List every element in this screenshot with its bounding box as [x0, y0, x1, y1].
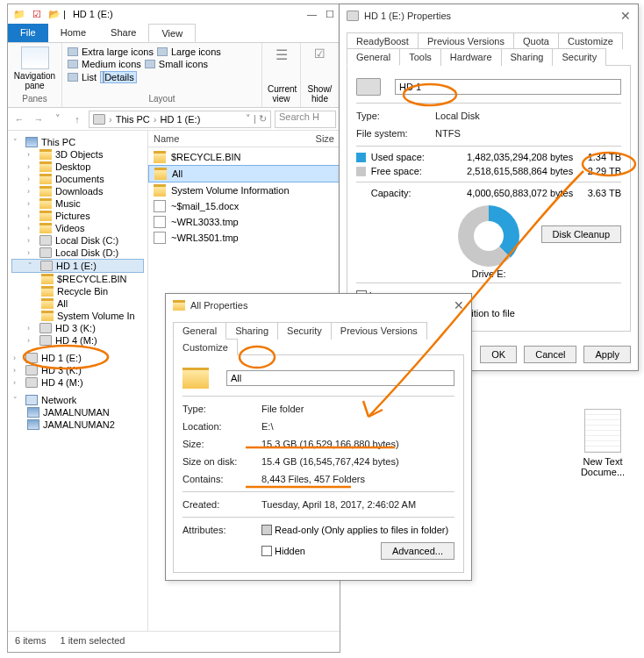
text-file-icon: [584, 409, 621, 453]
list-item[interactable]: ~WRL3501.tmp: [148, 230, 340, 246]
cancel-button[interactable]: Cancel: [524, 346, 576, 363]
current-view-icon[interactable]: ☰: [268, 46, 295, 63]
tab-customize[interactable]: Customize: [173, 339, 238, 355]
free-bytes: 2,518,615,588,864 bytes: [445, 166, 573, 176]
medium-icons[interactable]: Medium icons: [82, 59, 141, 69]
hidden-checkbox[interactable]: [261, 546, 272, 556]
apply-button[interactable]: Apply: [583, 346, 631, 363]
tree-item[interactable]: JAMALNUMAN2: [11, 418, 144, 431]
list-item[interactable]: ~WRL3033.tmp: [148, 214, 340, 230]
tree-item[interactable]: ›Local Disk (D:): [11, 247, 144, 259]
tab-general[interactable]: General: [173, 322, 226, 340]
window-title: HD 1 (E:): [73, 9, 113, 19]
up-button[interactable]: ↑: [69, 111, 85, 127]
list-item[interactable]: $RECYCLE.BIN: [148, 149, 340, 165]
folder-type: File folder: [261, 404, 304, 414]
disk-cleanup-button[interactable]: Disk Cleanup: [541, 225, 621, 243]
share-tab[interactable]: Share: [98, 24, 148, 42]
breadcrumb[interactable]: › This PC› HD 1 (E:) ˅ | ↻: [89, 111, 271, 128]
tree-item[interactable]: ›Documents: [11, 173, 144, 185]
titlebar: 📁 ☑ 📂 | HD 1 (E:) — ☐: [8, 4, 340, 24]
tree-item[interactable]: ›Pictures: [11, 210, 144, 222]
list-item[interactable]: ~$mail_15.docx: [148, 198, 340, 214]
ok-button[interactable]: OK: [480, 346, 517, 363]
advanced-button[interactable]: Advanced...: [381, 542, 454, 560]
tab-sharing[interactable]: Sharing: [501, 48, 554, 66]
history-button[interactable]: ˅: [50, 111, 66, 127]
drive-icon: [356, 78, 381, 96]
drive-name-input[interactable]: HD 1: [395, 79, 621, 95]
tree-item[interactable]: Recycle Bin: [11, 285, 144, 297]
minimize-button[interactable]: —: [307, 9, 317, 20]
status-selected: 1 item selected: [60, 635, 125, 646]
desktop-file-item[interactable]: New Text Docume...: [574, 409, 632, 477]
navigation-pane-icon: [21, 46, 49, 69]
created-date: Tuesday, April 18, 2017, 2:46:02 AM: [261, 499, 416, 510]
tree-item[interactable]: $RECYCLE.BIN: [11, 273, 144, 285]
tab-previous-versions[interactable]: Previous Versions: [331, 322, 427, 340]
show-hide-icon[interactable]: ☑: [306, 46, 333, 61]
maximize-button[interactable]: ☐: [326, 9, 334, 20]
tab-quota[interactable]: Quota: [513, 32, 559, 49]
drive-letter-label: Drive E:: [356, 268, 621, 279]
col-name[interactable]: Name: [154, 133, 316, 144]
tree-item[interactable]: ›3D Objects: [11, 148, 144, 161]
qat-icon[interactable]: ☑: [32, 9, 41, 20]
tab-security[interactable]: Security: [277, 322, 332, 340]
small-icons[interactable]: Small icons: [159, 59, 208, 69]
file-tab[interactable]: File: [8, 24, 48, 42]
used-human: 1.34 TB: [578, 152, 621, 162]
details-view[interactable]: Details: [104, 72, 134, 82]
size-on-disk: 15.4 GB (16,545,767,424 bytes): [261, 456, 399, 467]
tab-customize[interactable]: Customize: [558, 32, 623, 49]
tab-tools[interactable]: Tools: [399, 48, 441, 66]
tab-general[interactable]: General: [347, 48, 400, 66]
back-button[interactable]: ←: [11, 111, 27, 127]
folder-icon: 📂 |: [48, 9, 66, 20]
tree-item[interactable]: ›Music: [11, 197, 144, 210]
tree-item[interactable]: ›Local Disk (C:): [11, 234, 144, 247]
tree-item[interactable]: ›HD 4 (M:): [11, 334, 144, 347]
tab-previous-versions[interactable]: Previous Versions: [418, 32, 514, 49]
tree-item-selected[interactable]: ˅HD 1 (E:): [11, 259, 144, 273]
navigation-pane-button[interactable]: Navigation pane: [13, 46, 56, 90]
tree-network[interactable]: ˅Network: [11, 394, 144, 406]
address-bar: ← → ˅ ↑ › This PC› HD 1 (E:) ˅ | ↻ Searc…: [8, 108, 340, 131]
tree-item[interactable]: ›HD 1 (E:): [11, 352, 144, 364]
tab-readyboost[interactable]: ReadyBoost: [347, 32, 419, 49]
layout-group-label: Layout: [68, 94, 256, 104]
search-input[interactable]: Search H: [275, 111, 336, 128]
folder-size: 15.3 GB (16,529,166,880 bytes): [261, 439, 399, 449]
ribbon-tabs: File Home Share View: [8, 24, 340, 43]
extra-large-icons[interactable]: Extra large icons: [82, 46, 154, 57]
col-size[interactable]: Size: [316, 133, 334, 144]
list-item[interactable]: System Volume Information: [148, 182, 340, 198]
tree-item[interactable]: All: [11, 297, 144, 310]
panes-group-label: Panes: [13, 94, 56, 104]
view-tab[interactable]: View: [148, 24, 196, 42]
file-system: NTFS: [435, 128, 461, 139]
tree-this-pc[interactable]: This PC: [41, 137, 75, 147]
list-view[interactable]: List: [82, 72, 97, 82]
forward-button[interactable]: →: [31, 111, 47, 127]
tree-item[interactable]: ›Downloads: [11, 185, 144, 197]
tree-item[interactable]: ›HD 4 (M:): [11, 376, 144, 389]
readonly-checkbox[interactable]: [261, 525, 272, 535]
home-tab[interactable]: Home: [48, 24, 98, 42]
tree-item[interactable]: System Volume In: [11, 310, 144, 322]
list-item-selected[interactable]: All: [148, 165, 340, 182]
status-items: 6 items: [15, 635, 46, 646]
capacity-human: 3.63 TB: [578, 188, 621, 198]
tree-item[interactable]: ›HD 3 (K:): [11, 322, 144, 334]
tree-item[interactable]: ›Desktop: [11, 161, 144, 173]
tab-sharing[interactable]: Sharing: [225, 322, 278, 340]
tree-item[interactable]: JAMALNUMAN: [11, 406, 144, 418]
folder-name-input[interactable]: All: [226, 370, 454, 386]
tree-item[interactable]: ›Videos: [11, 222, 144, 234]
tree-item[interactable]: ›HD 3 (K:): [11, 364, 144, 376]
large-icons[interactable]: Large icons: [171, 46, 221, 57]
close-button[interactable]: ✕: [620, 9, 631, 23]
tab-security[interactable]: Security: [552, 48, 606, 66]
close-button[interactable]: ✕: [454, 298, 464, 312]
tab-hardware[interactable]: Hardware: [440, 48, 502, 66]
